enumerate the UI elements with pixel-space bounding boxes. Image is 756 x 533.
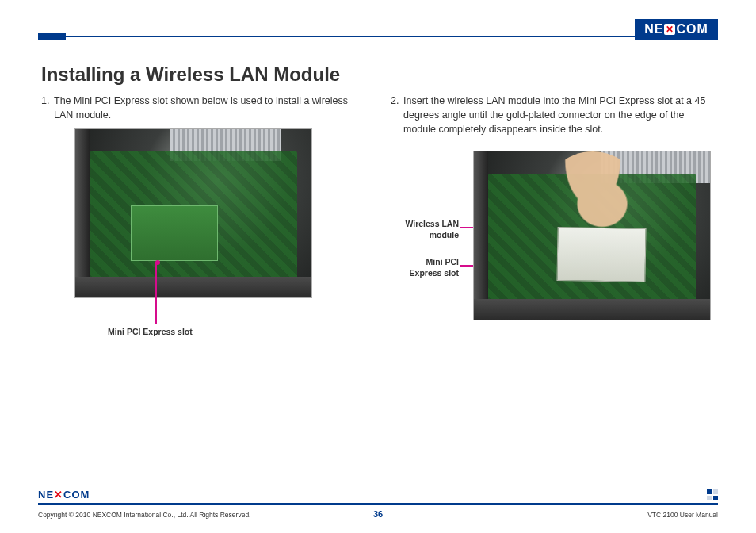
callout-label-fig2-module: Wireless LAN module [383, 219, 459, 240]
footer-ornament-squares [707, 489, 718, 500]
document-title: VTC 2100 User Manual [647, 511, 718, 519]
step-2: 2. Insert the wireless LAN module into t… [391, 94, 715, 136]
square-br [713, 496, 718, 500]
column-left: 1. The Mini PCI Express slot shown below… [41, 94, 365, 333]
callout-label-fig2-slot: Mini PCI Express slot [383, 257, 459, 278]
footer-rule [38, 503, 718, 505]
chassis-edge-graphic-2 [474, 151, 488, 320]
section-heading: Installing a Wireless LAN Module [41, 63, 715, 86]
brand-x-icon: ✕ [664, 24, 675, 35]
figure-2: Wireless LAN module Mini PCI Express slo… [391, 151, 715, 333]
step-1-text: The Mini PCI Express slot shown below is… [54, 94, 365, 122]
hand-graphic [545, 151, 640, 239]
step-1: 1. The Mini PCI Express slot shown below… [41, 94, 365, 122]
page-number: 36 [0, 509, 756, 519]
header-accent [38, 33, 66, 40]
two-column-layout: 1. The Mini PCI Express slot shown below… [41, 94, 715, 333]
mini-pcie-slot-graphic [131, 205, 218, 261]
callout-label-fig1-slot: Mini PCI Express slot [108, 327, 193, 337]
brand-text-right: COM [676, 22, 708, 36]
page-content: Installing a Wireless LAN Module 1. The … [41, 63, 715, 489]
step-1-number: 1. [41, 94, 54, 122]
brand-text-left: NE [644, 22, 663, 36]
brand-footer-left: NE [38, 489, 54, 500]
step-2-number: 2. [391, 94, 403, 136]
callout-fig2-slot-l1: Mini PCI [426, 257, 459, 266]
chassis-bottom-graphic-2 [474, 299, 710, 320]
figure-2-photo [473, 151, 711, 320]
callout-fig2-module-l1: Wireless LAN [405, 219, 459, 228]
brand-logo-footer: NE✕COM [38, 489, 90, 500]
callout-line-fig1 [155, 262, 157, 324]
brand-footer-x-icon: ✕ [54, 489, 63, 500]
brand-logo-top: NE✕COM [635, 19, 718, 40]
header-rule [38, 36, 718, 37]
brand-footer-right: COM [63, 489, 90, 500]
square-tl [707, 489, 712, 494]
square-bl [707, 496, 712, 500]
column-right: 2. Insert the wireless LAN module into t… [391, 94, 715, 333]
step-2-text: Insert the wireless LAN module into the … [403, 94, 715, 136]
callout-fig2-module-l2: module [430, 230, 459, 240]
square-tr [713, 489, 718, 494]
chassis-edge-graphic [75, 129, 90, 297]
figure-1-photo [74, 128, 312, 298]
callout-fig2-slot-l2: Express slot [410, 268, 459, 278]
page-header: NE✕COM [0, 13, 756, 40]
figure-1: Mini PCI Express slot [74, 128, 365, 298]
chassis-bottom-graphic [75, 277, 311, 297]
